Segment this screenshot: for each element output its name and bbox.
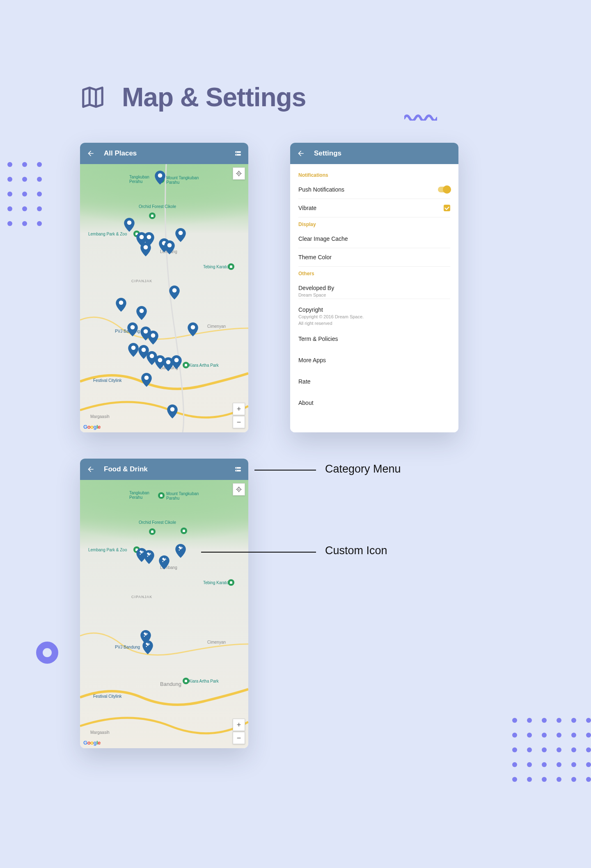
- park-icon: [183, 362, 189, 368]
- svg-point-2: [236, 152, 237, 153]
- setting-about[interactable]: About: [298, 391, 450, 412]
- zoom-out-button[interactable]: −: [233, 732, 245, 744]
- list-toggle-icon[interactable]: [234, 150, 242, 157]
- svg-point-14: [172, 288, 177, 292]
- map-pin[interactable]: [136, 306, 147, 320]
- map-pin[interactable]: [169, 286, 180, 299]
- setting-terms[interactable]: Term & Policies: [298, 327, 450, 348]
- appbar: Food & Drink: [80, 459, 248, 480]
- map-pin[interactable]: [141, 373, 152, 387]
- section-header-others: Others: [298, 267, 450, 279]
- map-label: Mount TangkubanParahu: [166, 491, 199, 500]
- appbar-title: All Places: [104, 149, 225, 158]
- map-pin[interactable]: [127, 322, 138, 336]
- toggle-switch-icon[interactable]: [438, 187, 450, 192]
- svg-point-16: [144, 329, 148, 333]
- svg-point-23: [166, 360, 171, 364]
- setting-rate[interactable]: Rate: [298, 369, 450, 391]
- map-pin[interactable]: [140, 242, 151, 256]
- svg-point-15: [131, 325, 135, 329]
- svg-point-19: [131, 345, 136, 350]
- svg-point-28: [238, 173, 240, 174]
- list-toggle-icon[interactable]: [234, 466, 242, 473]
- phone-all-places: All Places TangkubanPerahu Mount Tangkub…: [80, 143, 248, 432]
- svg-point-38: [146, 646, 147, 647]
- zoom-in-button[interactable]: +: [233, 719, 245, 731]
- map-pin[interactable]: [188, 322, 198, 336]
- map-label: Cimenyan: [207, 324, 226, 329]
- back-arrow-icon[interactable]: [87, 465, 95, 473]
- setting-theme-color[interactable]: Theme Color: [298, 248, 450, 267]
- map-pin[interactable]: [167, 404, 178, 418]
- food-pin[interactable]: [175, 544, 186, 558]
- section-header-notifications: Notifications: [298, 168, 450, 180]
- setting-more-apps[interactable]: More Apps: [298, 348, 450, 369]
- map-label: PVJ Bandung: [115, 645, 140, 649]
- park-icon: [183, 678, 189, 684]
- map-pin[interactable]: [148, 331, 158, 345]
- map-label: Festival Citylink: [93, 694, 121, 699]
- map-pin[interactable]: [124, 218, 135, 232]
- setting-label: Developed By: [298, 285, 334, 291]
- svg-point-7: [147, 235, 151, 239]
- map-label: Festival Citylink: [93, 378, 121, 383]
- setting-label: Copyright: [298, 306, 364, 313]
- back-arrow-icon[interactable]: [87, 149, 95, 158]
- setting-developed-by[interactable]: Developed By Dream Space: [298, 279, 450, 299]
- appbar-title: Settings: [314, 149, 452, 158]
- map-view[interactable]: TangkubanPerahu Mount TangkubanParahu Or…: [80, 480, 248, 748]
- locate-button[interactable]: [233, 483, 245, 496]
- svg-point-6: [140, 235, 144, 239]
- appbar: All Places: [80, 143, 248, 164]
- map-pin[interactable]: [128, 343, 139, 357]
- back-arrow-icon[interactable]: [297, 149, 305, 158]
- callout-line: [254, 470, 316, 471]
- callout-line: [201, 552, 316, 553]
- page-heading: Map & Settings: [80, 82, 306, 112]
- svg-rect-29: [235, 467, 241, 469]
- svg-point-37: [144, 636, 145, 637]
- food-pin[interactable]: [144, 550, 154, 564]
- setting-sublabel: All right reserved: [298, 320, 364, 327]
- map-pin[interactable]: [116, 298, 126, 312]
- svg-rect-1: [235, 154, 241, 156]
- map-view[interactable]: TangkubanPerahu Mount TangkubanParahu Or…: [80, 164, 248, 432]
- map-label: Margaasih: [90, 730, 110, 735]
- setting-copyright[interactable]: Copyright Copyright © 2016 Dream Space. …: [298, 299, 450, 327]
- checkbox-icon[interactable]: [444, 205, 450, 211]
- svg-point-40: [238, 489, 240, 490]
- setting-push-notifications[interactable]: Push Notifications: [298, 180, 450, 199]
- svg-point-13: [140, 308, 144, 313]
- google-logo: Google: [83, 740, 101, 746]
- svg-point-32: [236, 470, 237, 471]
- setting-label: Vibrate: [298, 205, 316, 211]
- phone-food-drink: Food & Drink TangkubanPerahu Mount Tangk…: [80, 459, 248, 748]
- park-icon: [181, 528, 187, 534]
- map-label: CIPANJAK: [131, 595, 152, 599]
- svg-point-34: [147, 556, 149, 557]
- setting-sublabel: Dream Space: [298, 292, 334, 298]
- map-pin[interactable]: [155, 171, 165, 185]
- map-pin[interactable]: [164, 240, 175, 254]
- svg-point-25: [144, 375, 149, 380]
- appbar: Settings: [290, 143, 458, 164]
- setting-label: Theme Color: [298, 254, 332, 260]
- locate-button[interactable]: [233, 167, 245, 180]
- zoom-out-button[interactable]: −: [233, 416, 245, 428]
- food-pin[interactable]: [142, 640, 153, 654]
- setting-label: Term & Policies: [298, 336, 338, 342]
- setting-vibrate[interactable]: Vibrate: [298, 199, 450, 217]
- map-label: Mount TangkubanParahu: [166, 176, 199, 185]
- map-pin[interactable]: [171, 355, 182, 369]
- zoom-in-button[interactable]: +: [233, 403, 245, 415]
- svg-point-10: [167, 243, 172, 247]
- dot-grid-decoration: [512, 718, 591, 782]
- food-pin[interactable]: [159, 555, 170, 569]
- map-label: CIPANJAK: [131, 279, 152, 283]
- park-icon: [228, 579, 234, 586]
- map-pin[interactable]: [175, 228, 186, 242]
- setting-clear-cache[interactable]: Clear Image Cache: [298, 230, 450, 248]
- svg-point-31: [236, 468, 237, 468]
- park-icon: [158, 492, 165, 499]
- park-icon: [149, 528, 156, 535]
